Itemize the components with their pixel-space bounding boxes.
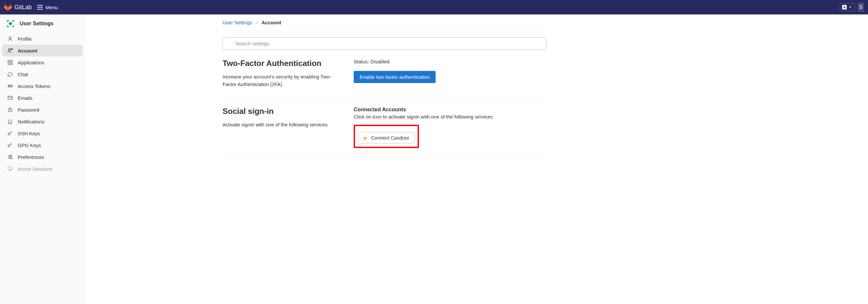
svg-point-20 [8,133,10,135]
gitlab-logo[interactable]: GitLab [4,3,32,11]
settings-search-wrap [223,37,547,50]
key-icon [7,130,13,136]
account-icon [7,48,13,54]
twofa-heading: Two-Factor Authentication [223,59,341,68]
sidebar-item-label: Profile [18,36,32,42]
connect-casdoor-button[interactable]: Connect Casdoor [358,132,414,143]
sidebar-header: User Settings [0,15,85,33]
bell-icon [7,118,13,125]
svg-point-23 [9,157,10,158]
sidebar-item-preferences[interactable]: Preferences [2,151,83,163]
twofa-status: Status: Disabled [354,59,547,64]
sidebar-item-label: Account [18,48,37,54]
header-left: GitLab Menu [4,3,58,11]
section-two-factor: Two-Factor Authentication Increase your … [223,50,547,98]
sidebar-item-emails[interactable]: Emails [2,92,83,104]
chat-icon [7,71,13,77]
sidebar-item-profile[interactable]: Profile [2,33,83,45]
plus-icon [842,5,847,9]
svg-rect-11 [11,60,12,62]
sidebar: User Settings Profile Account Applicatio… [0,15,85,304]
svg-rect-12 [8,63,9,65]
sliders-icon [7,154,13,160]
svg-point-8 [8,49,10,51]
menu-button[interactable]: Menu [37,5,58,10]
svg-point-24 [11,158,12,159]
hamburger-icon [37,5,43,9]
social-heading: Social sign-in [223,107,341,116]
svg-rect-25 [8,167,12,170]
header-search-stub[interactable]: S [858,3,864,12]
connected-accounts-heading: Connected Accounts [354,107,547,113]
svg-point-7 [9,37,11,39]
breadcrumb-current: Account [261,20,281,25]
sidebar-item-ssh-keys[interactable]: SSH Keys [2,128,83,139]
svg-rect-19 [8,109,12,112]
social-description: Activate signin with one of the followin… [223,121,334,129]
sidebar-item-chat[interactable]: Chat [2,68,83,80]
sidebar-title: User Settings [20,21,54,27]
chevron-down-icon [848,5,852,9]
connected-accounts-sub: Click on icon to activate signin with on… [354,114,547,119]
twofa-description: Increase your account's security by enab… [223,73,334,88]
sidebar-item-label: Emails [18,95,32,101]
svg-point-21 [8,145,10,147]
main-content: User Settings › Account Two-Factor Authe… [85,15,868,304]
breadcrumb: User Settings › Account [223,15,547,31]
apps-icon [7,59,13,65]
token-icon [7,83,13,89]
sidebar-item-label: Applications [18,60,44,65]
svg-point-17 [11,86,12,86]
sidebar-item-label: GPG Keys [18,142,41,148]
user-icon [7,36,13,42]
sidebar-item-active-sessions[interactable]: Active Sessions [2,163,83,175]
section-social-signin: Social sign-in Activate signin with one … [223,98,547,158]
svg-point-27 [364,137,366,140]
sidebar-item-access-tokens[interactable]: Access Tokens [2,80,83,92]
settings-search-input[interactable] [223,37,547,50]
breadcrumb-parent[interactable]: User Settings [223,20,252,25]
new-dropdown[interactable] [840,3,855,11]
svg-rect-13 [11,63,12,65]
lock-icon [7,107,13,113]
casdoor-icon [363,135,368,140]
sidebar-item-label: Chat [18,72,28,77]
sidebar-item-notifications[interactable]: Notifications [2,115,83,128]
connect-button-label: Connect Casdoor [371,135,409,140]
svg-point-22 [11,155,12,156]
header-right: S [840,3,864,12]
sidebar-item-label: Notifications [18,119,44,125]
sidebar-item-label: Preferences [18,154,44,160]
sidebar-item-account[interactable]: Account [2,45,83,56]
sidebar-item-password[interactable]: Password [2,104,83,115]
enable-2fa-button[interactable]: Enable two-factor authentication [354,71,436,83]
chevron-right-icon: › [256,20,258,25]
sidebar-item-label: Access Tokens [18,83,51,89]
svg-point-16 [10,86,10,86]
key-icon [7,142,13,148]
sidebar-item-label: Active Sessions [18,166,53,172]
svg-point-15 [9,86,9,86]
sidebar-item-gpg-keys[interactable]: GPG Keys [2,139,83,151]
svg-point-9 [11,49,12,50]
highlight-annotation: Connect Casdoor [354,125,419,148]
top-header: GitLab Menu S [0,0,868,15]
brand-name: GitLab [14,4,32,11]
gitlab-icon [4,3,12,11]
sidebar-item-applications[interactable]: Applications [2,56,83,68]
avatar [5,18,16,29]
menu-label: Menu [45,5,58,10]
sidebar-item-label: SSH Keys [18,131,40,136]
mail-icon [7,95,13,101]
sidebar-item-label: Password [18,107,39,113]
svg-rect-10 [8,60,9,62]
monitor-icon [7,166,13,172]
